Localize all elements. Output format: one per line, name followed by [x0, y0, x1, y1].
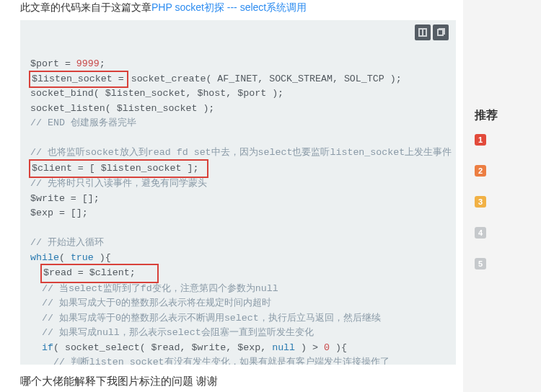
rank-badge: 5: [475, 258, 486, 270]
sidebar-item[interactable]: 5: [475, 257, 514, 270]
code-text: $write = [];: [30, 193, 100, 204]
rank-badge: 2: [475, 165, 486, 177]
code-comment: // 当select监听到了fd变化，注意第四个参数为null: [42, 283, 278, 294]
copy-button[interactable]: [433, 24, 449, 40]
highlight-2: $client = [ $listen_socket ];: [29, 159, 208, 179]
code-comment: // 也将监听socket放入到read fd set中去，因为select也要…: [30, 147, 452, 158]
highlight-3: $read = $client;: [40, 264, 159, 283]
code-text: ( socket_select( $read, $write, $exp,: [53, 342, 272, 353]
code-block: $port = 9999; $listen_socket = socket_cr…: [20, 20, 456, 365]
toggle-view-button[interactable]: [415, 24, 431, 40]
code-comment: // 判断listen_socket有没有发生变化，如果有就是有客户端发生连接操…: [53, 357, 390, 365]
code-keyword: if: [42, 342, 53, 353]
copy-icon: [436, 28, 445, 37]
code-keyword: null: [272, 342, 295, 353]
highlight-1: $listen_socket =: [29, 71, 128, 89]
code-text: ;: [100, 58, 105, 69]
code-comment: // 先将时只引入读事件，避免有同学蒙头: [30, 178, 207, 189]
question-text: 哪个大佬能解释下我图片标注的问题 谢谢: [20, 365, 456, 392]
code-comment: // END 创建服务器完毕: [30, 117, 136, 128]
svg-rect-2: [438, 30, 443, 35]
code-text: ) >: [295, 342, 324, 353]
code-text: $read = $client;: [43, 267, 136, 278]
code-text: socket_listen( $listen_socket );: [30, 103, 214, 114]
code-number: 9999: [76, 58, 100, 69]
code-text: $port =: [30, 58, 76, 69]
code-comment: // 如果写成大于0的整数那么表示将在规定时间内超时: [42, 298, 271, 308]
sidebar-item[interactable]: 4: [475, 226, 514, 239]
article-body: 此文章的代码来自于这篇文章PHP socket初探 --- select系统调用…: [0, 0, 463, 392]
code-keyword: while: [30, 252, 59, 263]
code-comment: // 开始进入循环: [30, 237, 104, 248]
code-text: ){: [94, 252, 111, 263]
rank-badge: 1: [475, 134, 486, 146]
intro-text: 此文章的代码来自于这篇文章: [20, 1, 151, 13]
source-link[interactable]: PHP socket初探 --- select系统调用: [151, 1, 307, 13]
sidebar-item[interactable]: 1: [475, 133, 514, 146]
intro-line: 此文章的代码来自于这篇文章PHP socket初探 --- select系统调用: [20, 0, 456, 20]
code-number: 0: [324, 342, 330, 353]
sidebar-item[interactable]: 2: [475, 164, 514, 177]
code-text: (: [59, 252, 71, 263]
code-comment: // 如果写成null，那么表示select会阻塞一直到监听发生变化: [42, 327, 314, 338]
code-text: socket_bind( $listen_socket, $host, $por…: [30, 88, 283, 99]
code-text: socket_create( AF_INET, SOCK_STREAM, SOL…: [126, 74, 402, 84]
code-text: $exp = [];: [30, 208, 88, 218]
sidebar-title: 推荐: [475, 108, 514, 123]
code-text: $listen_socket =: [32, 74, 124, 84]
code-toolbar: [413, 24, 449, 40]
sidebar-item[interactable]: 3: [475, 195, 514, 208]
sidebar: 推荐 1 2 3 4 5: [463, 0, 514, 288]
code-text: $client = [ $listen_socket ];: [32, 163, 198, 174]
columns-icon: [418, 28, 427, 37]
code-text: ){: [330, 342, 347, 353]
rank-badge: 4: [475, 227, 486, 239]
rank-badge: 3: [475, 196, 486, 208]
code-comment: // 如果写成等于0的整数那么表示不断调用select，执行后立马返回，然后继续: [42, 313, 381, 324]
code-keyword: true: [71, 252, 94, 263]
